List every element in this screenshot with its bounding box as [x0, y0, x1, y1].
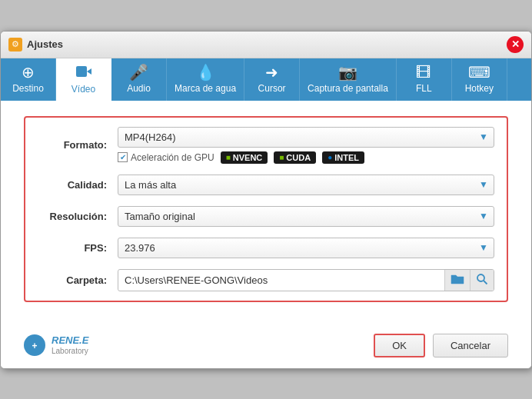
tab-destino-label: Destino — [12, 83, 44, 94]
settings-window: ⚙ Ajustes ✕ ⊕ Destino Vídeo 🎤 Audio 💧 Ma… — [0, 31, 532, 369]
fps-row: FPS: 23.976 24 25 29.97 30 60 ▼ — [38, 238, 494, 258]
title-bar: ⚙ Ajustes ✕ — [1, 32, 531, 58]
gpu-checkbox[interactable]: ✔ — [118, 152, 128, 162]
resolucion-row: Resolución: Tamaño original 1920x1080 12… — [38, 206, 494, 227]
nvenc-badge: ■ NVENC — [221, 151, 268, 164]
content-area: Formato: MP4(H264) AVI MOV MKV WMV ▼ — [1, 101, 531, 326]
svg-text:+: + — [32, 341, 37, 351]
gpu-label-text: Aceleración de GPU — [131, 152, 214, 163]
cuda-badge: ■ CUDA — [274, 151, 316, 164]
formato-row: Formato: MP4(H264) AVI MOV MKV WMV ▼ — [38, 127, 494, 164]
captura-icon: 📷 — [338, 65, 357, 80]
tab-audio-label: Audio — [127, 83, 151, 94]
cuda-text: CUDA — [286, 153, 311, 162]
video-settings-section: Formato: MP4(H264) AVI MOV MKV WMV ▼ — [24, 116, 508, 302]
svg-line-3 — [484, 281, 487, 284]
logo-area: + RENE.E Laboratory — [24, 334, 88, 356]
svg-rect-0 — [76, 66, 87, 77]
calidad-control: La más alta Alta Media Baja ▼ — [118, 175, 494, 195]
audio-icon: 🎤 — [129, 65, 148, 80]
window-title: Ajustes — [27, 38, 63, 50]
fps-select[interactable]: 23.976 24 25 29.97 30 60 — [118, 238, 494, 258]
brand-sub: Laboratory — [52, 347, 88, 356]
tab-marca[interactable]: 💧 Marca de agua — [167, 58, 244, 101]
carpeta-control — [118, 269, 494, 291]
tab-video-label: Vídeo — [71, 84, 95, 95]
tab-fll[interactable]: 🎞 FLL — [397, 58, 452, 101]
fps-control: 23.976 24 25 29.97 30 60 ▼ — [118, 238, 494, 258]
intel-text: INTEL — [334, 153, 359, 162]
nvenc-text: NVENC — [233, 153, 263, 162]
destino-icon: ⊕ — [22, 65, 35, 80]
video-icon — [75, 65, 92, 81]
tab-cursor[interactable]: ➜ Cursor — [244, 58, 300, 101]
close-button[interactable]: ✕ — [507, 36, 524, 53]
hotkey-icon: ⌨ — [468, 65, 490, 80]
carpeta-input[interactable] — [118, 271, 444, 290]
cursor-icon: ➜ — [265, 65, 278, 80]
cancel-button[interactable]: Cancelar — [433, 334, 508, 357]
formato-select[interactable]: MP4(H264) AVI MOV MKV WMV — [118, 127, 494, 148]
formato-select-wrapper: MP4(H264) AVI MOV MKV WMV ▼ — [118, 127, 494, 148]
carpeta-row: Carpeta: — [38, 269, 494, 291]
svg-point-2 — [477, 274, 484, 281]
folder-input-row — [118, 269, 494, 291]
marca-icon: 💧 — [196, 65, 215, 80]
fps-label: FPS: — [38, 242, 107, 254]
resolucion-select[interactable]: Tamaño original 1920x1080 1280x720 640x4… — [118, 206, 494, 227]
tab-captura[interactable]: 📷 Captura de pantalla — [300, 58, 397, 101]
calidad-row: Calidad: La más alta Alta Media Baja ▼ — [38, 175, 494, 195]
svg-marker-1 — [87, 68, 91, 75]
fps-select-wrapper: 23.976 24 25 29.97 30 60 ▼ — [118, 238, 494, 258]
tab-marca-label: Marca de agua — [175, 83, 236, 94]
calidad-select[interactable]: La más alta Alta Media Baja — [118, 175, 494, 195]
search-folder-button[interactable] — [470, 270, 494, 291]
tab-hotkey-label: Hotkey — [465, 83, 494, 94]
resolucion-control: Tamaño original 1920x1080 1280x720 640x4… — [118, 206, 494, 227]
brand-name: RENE.E — [52, 334, 88, 347]
tab-fll-label: FLL — [416, 83, 432, 94]
tab-cursor-label: Cursor — [258, 83, 286, 94]
tab-video[interactable]: Vídeo — [56, 58, 111, 101]
app-icon: ⚙ — [8, 38, 22, 52]
ok-button[interactable]: OK — [374, 334, 425, 357]
formato-control: MP4(H264) AVI MOV MKV WMV ▼ ✔ Aceleració… — [118, 127, 494, 164]
gpu-row: ✔ Aceleración de GPU ■ NVENC ■ CUDA ● — [118, 151, 494, 164]
footer: + RENE.E Laboratory OK Cancelar — [1, 326, 531, 368]
tab-destino[interactable]: ⊕ Destino — [1, 58, 56, 101]
title-bar-left: ⚙ Ajustes — [8, 38, 63, 52]
tab-captura-label: Captura de pantalla — [308, 83, 388, 94]
fll-icon: 🎞 — [416, 65, 431, 80]
tab-audio[interactable]: 🎤 Audio — [111, 58, 167, 101]
carpeta-label: Carpeta: — [38, 274, 107, 286]
formato-label: Formato: — [38, 139, 107, 151]
logo-icon: + — [24, 334, 45, 356]
footer-buttons: OK Cancelar — [374, 334, 508, 357]
calidad-select-wrapper: La más alta Alta Media Baja ▼ — [118, 175, 494, 195]
tab-hotkey[interactable]: ⌨ Hotkey — [452, 58, 507, 101]
intel-badge: ● INTEL — [322, 151, 364, 164]
calidad-label: Calidad: — [38, 179, 107, 191]
gpu-checkbox-label[interactable]: ✔ Aceleración de GPU — [118, 152, 214, 163]
tab-bar: ⊕ Destino Vídeo 🎤 Audio 💧 Marca de agua … — [1, 58, 531, 101]
folder-icon-button[interactable] — [444, 270, 470, 291]
resolucion-select-wrapper: Tamaño original 1920x1080 1280x720 640x4… — [118, 206, 494, 227]
logo-text: RENE.E Laboratory — [52, 334, 88, 356]
resolucion-label: Resolución: — [38, 211, 107, 222]
